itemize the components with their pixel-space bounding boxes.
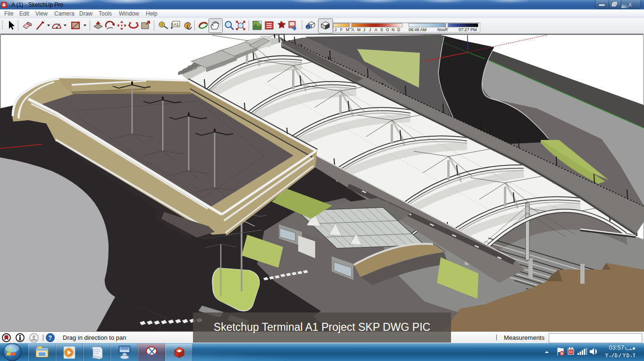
svg-text:X: X bbox=[628, 1, 632, 8]
svg-text:A1: A1 bbox=[174, 22, 179, 27]
svg-text:?: ? bbox=[49, 335, 52, 341]
